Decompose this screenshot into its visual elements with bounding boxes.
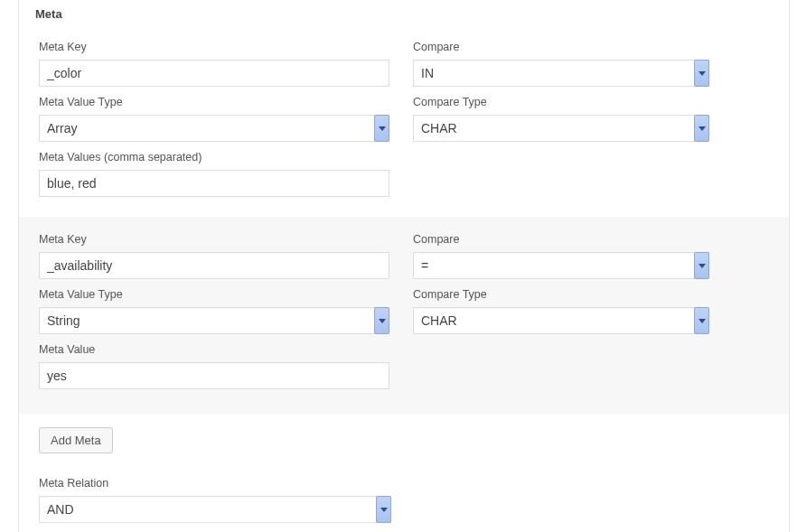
meta-relation-select[interactable]: AND bbox=[39, 496, 391, 523]
meta-value-type-select[interactable]: Array bbox=[39, 115, 389, 142]
add-meta-button[interactable]: Add Meta bbox=[39, 427, 113, 453]
meta-value-type-label: Meta Value Type bbox=[39, 288, 389, 301]
meta-block-0: Meta Key Compare IN bbox=[39, 37, 769, 217]
meta-block-1: Meta Key Compare = bbox=[19, 217, 789, 415]
compare-type-select[interactable]: CHAR bbox=[413, 115, 709, 142]
compare-label: Compare bbox=[413, 41, 709, 53]
compare-label: Compare bbox=[413, 233, 709, 246]
meta-key-label: Meta Key bbox=[39, 41, 389, 53]
meta-key-input[interactable] bbox=[39, 252, 389, 279]
compare-select[interactable]: IN bbox=[413, 60, 709, 87]
section-title: Meta bbox=[35, 7, 769, 21]
meta-relation-label: Meta Relation bbox=[39, 477, 391, 490]
meta-value-type-select[interactable]: String bbox=[39, 307, 389, 334]
meta-value-label: Meta Value bbox=[39, 343, 389, 356]
meta-key-label: Meta Key bbox=[39, 233, 389, 246]
compare-select[interactable]: = bbox=[413, 252, 709, 279]
compare-type-select[interactable]: CHAR bbox=[413, 307, 709, 334]
meta-values-input[interactable] bbox=[39, 170, 389, 197]
compare-type-label: Compare Type bbox=[413, 288, 709, 301]
meta-values-label: Meta Values (comma separated) bbox=[39, 151, 389, 163]
meta-value-input[interactable] bbox=[39, 362, 389, 389]
meta-value-type-label: Meta Value Type bbox=[39, 96, 389, 108]
meta-key-input[interactable] bbox=[39, 60, 389, 87]
compare-type-label: Compare Type bbox=[413, 96, 709, 108]
